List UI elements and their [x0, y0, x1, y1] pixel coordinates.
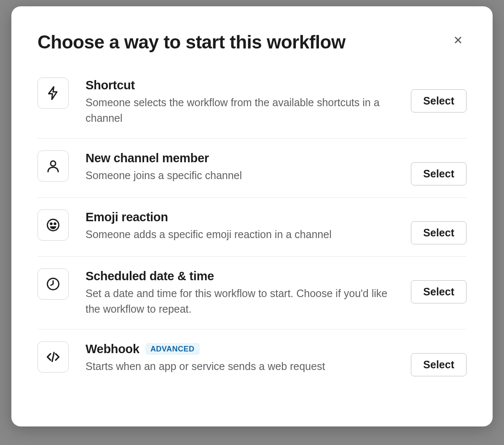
modal-title: Choose a way to start this workflow: [38, 32, 346, 53]
trigger-content: Webhook ADVANCED Starts when an app or s…: [86, 341, 394, 375]
close-icon: [452, 34, 464, 46]
trigger-desc: Someone joins a specific channel: [86, 168, 394, 184]
trigger-content: Shortcut Someone selects the workflow fr…: [86, 78, 394, 126]
trigger-shortcut: Shortcut Someone selects the workflow fr…: [38, 73, 466, 139]
trigger-new-channel-member: New channel member Someone joins a speci…: [38, 139, 466, 198]
trigger-title: Webhook: [86, 342, 139, 356]
trigger-content: Emoji reaction Someone adds a specific e…: [86, 209, 394, 243]
trigger-title: New channel member: [86, 151, 209, 165]
trigger-title: Shortcut: [86, 78, 135, 92]
trigger-icon-box: [38, 341, 69, 373]
trigger-desc: Starts when an app or service sends a we…: [86, 359, 394, 375]
trigger-title: Emoji reaction: [86, 210, 168, 224]
trigger-webhook: Webhook ADVANCED Starts when an app or s…: [38, 330, 466, 388]
select-button-scheduled[interactable]: Select: [411, 280, 466, 303]
trigger-desc: Someone selects the workflow from the av…: [86, 95, 394, 126]
select-button-emoji-reaction[interactable]: Select: [411, 221, 466, 244]
close-button[interactable]: [450, 32, 466, 48]
trigger-content: New channel member Someone joins a speci…: [86, 150, 394, 184]
modal-header: Choose a way to start this workflow: [38, 32, 466, 53]
trigger-desc: Someone adds a specific emoji reaction i…: [86, 227, 394, 243]
svg-point-3: [54, 223, 56, 225]
svg-point-2: [51, 223, 52, 225]
trigger-icon-box: [38, 209, 69, 241]
emoji-icon: [46, 217, 61, 233]
trigger-desc: Set a date and time for this workflow to…: [86, 286, 394, 317]
trigger-content: Scheduled date & time Set a date and tim…: [86, 268, 394, 317]
person-icon: [46, 158, 61, 174]
trigger-icon-box: [38, 268, 69, 300]
svg-point-0: [51, 161, 56, 166]
trigger-scheduled: Scheduled date & time Set a date and tim…: [38, 257, 466, 330]
clock-icon: [46, 276, 61, 292]
workflow-trigger-modal: Choose a way to start this workflow Shor…: [11, 6, 493, 426]
select-button-new-channel-member[interactable]: Select: [411, 162, 466, 185]
code-icon: [46, 349, 61, 365]
select-button-webhook[interactable]: Select: [411, 353, 466, 376]
trigger-icon-box: [38, 150, 69, 182]
trigger-icon-box: [38, 78, 69, 109]
lightning-icon: [46, 86, 61, 101]
select-button-shortcut[interactable]: Select: [411, 89, 466, 113]
trigger-title: Scheduled date & time: [86, 269, 214, 283]
trigger-emoji-reaction: Emoji reaction Someone adds a specific e…: [38, 198, 466, 257]
trigger-list: Shortcut Someone selects the workflow fr…: [38, 73, 466, 388]
advanced-badge: ADVANCED: [145, 343, 200, 355]
